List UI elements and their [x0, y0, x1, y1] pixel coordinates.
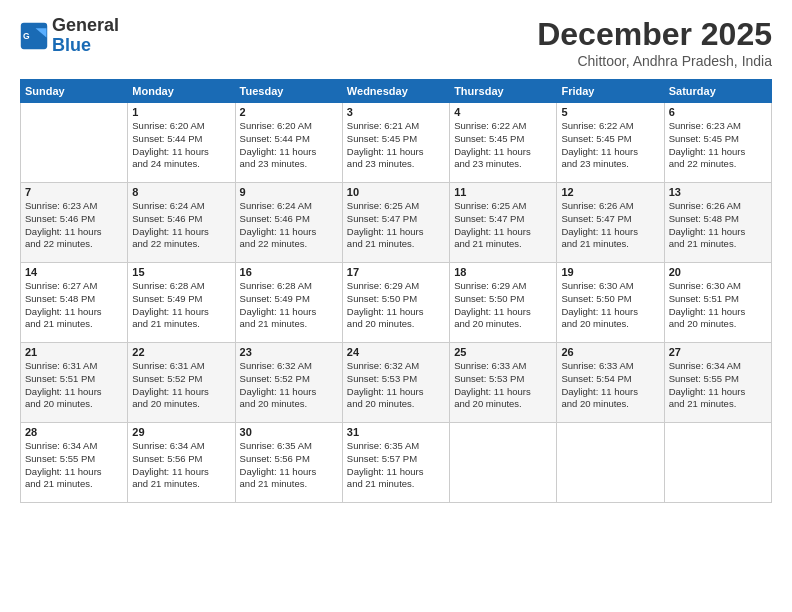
calendar-week-row: 21Sunrise: 6:31 AMSunset: 5:51 PMDayligh… — [21, 343, 772, 423]
calendar-day-cell — [557, 423, 664, 503]
location-subtitle: Chittoor, Andhra Pradesh, India — [537, 53, 772, 69]
calendar-week-row: 28Sunrise: 6:34 AMSunset: 5:55 PMDayligh… — [21, 423, 772, 503]
day-info: Sunrise: 6:25 AMSunset: 5:47 PMDaylight:… — [454, 200, 552, 251]
day-number: 15 — [132, 266, 230, 278]
day-number: 2 — [240, 106, 338, 118]
day-number: 5 — [561, 106, 659, 118]
day-info: Sunrise: 6:26 AMSunset: 5:48 PMDaylight:… — [669, 200, 767, 251]
day-of-week-header: Wednesday — [342, 80, 449, 103]
day-info: Sunrise: 6:26 AMSunset: 5:47 PMDaylight:… — [561, 200, 659, 251]
calendar-day-cell: 13Sunrise: 6:26 AMSunset: 5:48 PMDayligh… — [664, 183, 771, 263]
day-number: 14 — [25, 266, 123, 278]
day-info: Sunrise: 6:34 AMSunset: 5:56 PMDaylight:… — [132, 440, 230, 491]
day-info: Sunrise: 6:30 AMSunset: 5:51 PMDaylight:… — [669, 280, 767, 331]
day-number: 1 — [132, 106, 230, 118]
day-number: 28 — [25, 426, 123, 438]
calendar-week-row: 7Sunrise: 6:23 AMSunset: 5:46 PMDaylight… — [21, 183, 772, 263]
day-info: Sunrise: 6:20 AMSunset: 5:44 PMDaylight:… — [132, 120, 230, 171]
day-number: 3 — [347, 106, 445, 118]
day-number: 30 — [240, 426, 338, 438]
day-number: 12 — [561, 186, 659, 198]
calendar-day-cell: 20Sunrise: 6:30 AMSunset: 5:51 PMDayligh… — [664, 263, 771, 343]
calendar-table: SundayMondayTuesdayWednesdayThursdayFrid… — [20, 79, 772, 503]
day-number: 20 — [669, 266, 767, 278]
day-info: Sunrise: 6:32 AMSunset: 5:52 PMDaylight:… — [240, 360, 338, 411]
calendar-day-cell: 3Sunrise: 6:21 AMSunset: 5:45 PMDaylight… — [342, 103, 449, 183]
day-info: Sunrise: 6:34 AMSunset: 5:55 PMDaylight:… — [25, 440, 123, 491]
calendar-day-cell: 18Sunrise: 6:29 AMSunset: 5:50 PMDayligh… — [450, 263, 557, 343]
header: G General Blue December 2025 Chittoor, A… — [20, 16, 772, 69]
calendar-day-cell: 21Sunrise: 6:31 AMSunset: 5:51 PMDayligh… — [21, 343, 128, 423]
calendar-day-cell: 1Sunrise: 6:20 AMSunset: 5:44 PMDaylight… — [128, 103, 235, 183]
day-info: Sunrise: 6:35 AMSunset: 5:57 PMDaylight:… — [347, 440, 445, 491]
day-number: 26 — [561, 346, 659, 358]
calendar-day-cell — [664, 423, 771, 503]
logo-line2: Blue — [52, 36, 119, 56]
logo-icon: G — [20, 22, 48, 50]
logo: G General Blue — [20, 16, 119, 56]
calendar-day-cell: 22Sunrise: 6:31 AMSunset: 5:52 PMDayligh… — [128, 343, 235, 423]
day-info: Sunrise: 6:21 AMSunset: 5:45 PMDaylight:… — [347, 120, 445, 171]
calendar-day-cell: 28Sunrise: 6:34 AMSunset: 5:55 PMDayligh… — [21, 423, 128, 503]
day-number: 4 — [454, 106, 552, 118]
calendar-day-cell: 6Sunrise: 6:23 AMSunset: 5:45 PMDaylight… — [664, 103, 771, 183]
day-number: 25 — [454, 346, 552, 358]
logo-line1: General — [52, 16, 119, 36]
day-number: 18 — [454, 266, 552, 278]
day-of-week-header: Monday — [128, 80, 235, 103]
day-info: Sunrise: 6:34 AMSunset: 5:55 PMDaylight:… — [669, 360, 767, 411]
day-number: 29 — [132, 426, 230, 438]
calendar-day-cell: 2Sunrise: 6:20 AMSunset: 5:44 PMDaylight… — [235, 103, 342, 183]
calendar-day-cell: 14Sunrise: 6:27 AMSunset: 5:48 PMDayligh… — [21, 263, 128, 343]
day-of-week-header: Sunday — [21, 80, 128, 103]
day-info: Sunrise: 6:33 AMSunset: 5:54 PMDaylight:… — [561, 360, 659, 411]
day-info: Sunrise: 6:33 AMSunset: 5:53 PMDaylight:… — [454, 360, 552, 411]
calendar-day-cell: 31Sunrise: 6:35 AMSunset: 5:57 PMDayligh… — [342, 423, 449, 503]
calendar-day-cell: 9Sunrise: 6:24 AMSunset: 5:46 PMDaylight… — [235, 183, 342, 263]
calendar-day-cell: 17Sunrise: 6:29 AMSunset: 5:50 PMDayligh… — [342, 263, 449, 343]
day-number: 21 — [25, 346, 123, 358]
day-number: 10 — [347, 186, 445, 198]
calendar-day-cell: 19Sunrise: 6:30 AMSunset: 5:50 PMDayligh… — [557, 263, 664, 343]
day-number: 8 — [132, 186, 230, 198]
calendar-day-cell: 15Sunrise: 6:28 AMSunset: 5:49 PMDayligh… — [128, 263, 235, 343]
day-info: Sunrise: 6:30 AMSunset: 5:50 PMDaylight:… — [561, 280, 659, 331]
day-number: 9 — [240, 186, 338, 198]
calendar-day-cell: 27Sunrise: 6:34 AMSunset: 5:55 PMDayligh… — [664, 343, 771, 423]
day-number: 6 — [669, 106, 767, 118]
day-info: Sunrise: 6:28 AMSunset: 5:49 PMDaylight:… — [240, 280, 338, 331]
calendar-week-row: 1Sunrise: 6:20 AMSunset: 5:44 PMDaylight… — [21, 103, 772, 183]
calendar-day-cell: 10Sunrise: 6:25 AMSunset: 5:47 PMDayligh… — [342, 183, 449, 263]
day-of-week-header: Friday — [557, 80, 664, 103]
calendar-day-cell — [450, 423, 557, 503]
logo-text: General Blue — [52, 16, 119, 56]
day-info: Sunrise: 6:31 AMSunset: 5:51 PMDaylight:… — [25, 360, 123, 411]
day-info: Sunrise: 6:24 AMSunset: 5:46 PMDaylight:… — [240, 200, 338, 251]
day-info: Sunrise: 6:35 AMSunset: 5:56 PMDaylight:… — [240, 440, 338, 491]
day-number: 17 — [347, 266, 445, 278]
day-number: 31 — [347, 426, 445, 438]
calendar-day-cell: 7Sunrise: 6:23 AMSunset: 5:46 PMDaylight… — [21, 183, 128, 263]
day-info: Sunrise: 6:25 AMSunset: 5:47 PMDaylight:… — [347, 200, 445, 251]
day-number: 7 — [25, 186, 123, 198]
day-of-week-header: Saturday — [664, 80, 771, 103]
calendar-day-cell: 4Sunrise: 6:22 AMSunset: 5:45 PMDaylight… — [450, 103, 557, 183]
svg-text:G: G — [23, 31, 30, 41]
day-info: Sunrise: 6:29 AMSunset: 5:50 PMDaylight:… — [347, 280, 445, 331]
day-info: Sunrise: 6:20 AMSunset: 5:44 PMDaylight:… — [240, 120, 338, 171]
day-of-week-header: Thursday — [450, 80, 557, 103]
day-info: Sunrise: 6:27 AMSunset: 5:48 PMDaylight:… — [25, 280, 123, 331]
day-number: 16 — [240, 266, 338, 278]
day-of-week-header: Tuesday — [235, 80, 342, 103]
day-number: 11 — [454, 186, 552, 198]
title-block: December 2025 Chittoor, Andhra Pradesh, … — [537, 16, 772, 69]
calendar-day-cell: 16Sunrise: 6:28 AMSunset: 5:49 PMDayligh… — [235, 263, 342, 343]
calendar-day-cell: 11Sunrise: 6:25 AMSunset: 5:47 PMDayligh… — [450, 183, 557, 263]
day-info: Sunrise: 6:22 AMSunset: 5:45 PMDaylight:… — [454, 120, 552, 171]
day-number: 19 — [561, 266, 659, 278]
day-info: Sunrise: 6:32 AMSunset: 5:53 PMDaylight:… — [347, 360, 445, 411]
day-info: Sunrise: 6:23 AMSunset: 5:46 PMDaylight:… — [25, 200, 123, 251]
day-number: 22 — [132, 346, 230, 358]
day-info: Sunrise: 6:24 AMSunset: 5:46 PMDaylight:… — [132, 200, 230, 251]
calendar-day-cell: 5Sunrise: 6:22 AMSunset: 5:45 PMDaylight… — [557, 103, 664, 183]
